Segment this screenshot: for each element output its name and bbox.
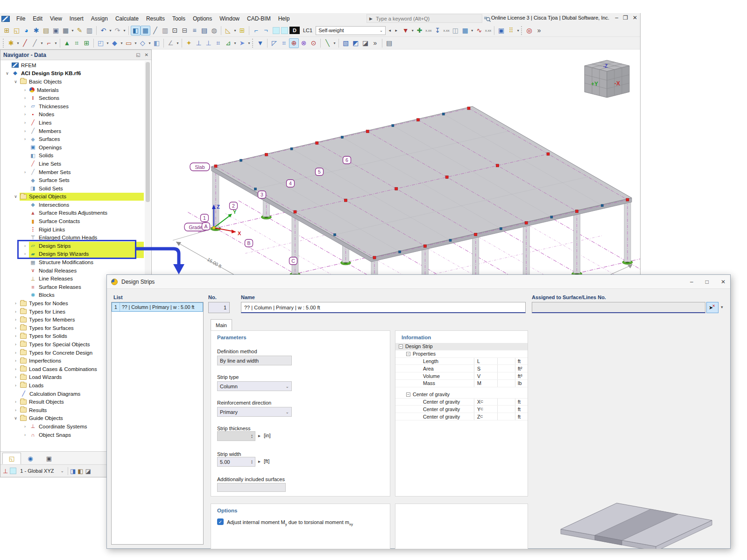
move-copy-icon[interactable]: ➤ [237,38,247,48]
menu-item[interactable]: Assign [87,14,112,23]
view-cube[interactable]: -Z +Y -X [585,60,629,98]
tree-collapse-icon[interactable]: − [406,392,410,397]
additional-surfaces-field[interactable] [217,483,286,492]
tree-item[interactable]: RFEM [0,61,151,70]
expand-icon[interactable]: › [21,129,29,133]
rendering-icon[interactable]: ◍ [209,26,219,35]
tables-toggle-icon[interactable]: ▦ [141,26,150,35]
minimize-button[interactable]: – [615,14,618,21]
show-loads-icon[interactable]: ✚ [415,26,424,35]
script-icon[interactable]: ⊟ [180,26,190,35]
search-input[interactable] [375,15,468,22]
table-icon[interactable]: ▥ [160,26,170,35]
new-nodal-load-icon[interactable]: ✦ [184,38,194,48]
edit-csys-icon[interactable]: ◧ [78,468,83,475]
dialog-minimize-button[interactable]: – [690,279,693,285]
tree-item[interactable]: Surface Results Adjustments [0,209,151,217]
new-node-icon[interactable]: ✱ [6,38,16,48]
expand-icon[interactable]: › [12,342,20,347]
thickness-expand-icon[interactable]: ▸ [258,433,261,438]
toolbar2-overflow-icon[interactable]: » [370,38,380,48]
load-values-icon[interactable]: x.xx [424,28,432,33]
tree-item[interactable]: Nodal Releases [0,266,151,275]
expand-icon[interactable]: › [12,375,20,379]
tree-collapse-icon[interactable]: − [399,344,403,349]
expand-icon[interactable]: › [12,326,20,330]
dialog-title-bar[interactable]: Design Strips [107,275,730,289]
console-icon[interactable]: ⊡ [170,26,180,35]
expand-icon[interactable]: › [21,112,29,117]
expand-icon[interactable]: › [12,309,20,314]
expand-icon[interactable]: › [21,433,29,437]
dialog-maximize-button[interactable]: □ [705,279,709,285]
new-entry-icon[interactable]: ✎ [75,26,85,35]
snap-active-icon[interactable]: ⊕ [289,38,299,48]
tree-item[interactable]: › Members [0,127,151,135]
online-models-icon[interactable]: ✱ [31,26,41,35]
expand-icon[interactable]: › [12,358,20,363]
tree-collapse-icon[interactable]: − [406,352,410,356]
model-viewport[interactable]: 15.00 ft Z Y X [152,49,640,287]
navigator-float-icon[interactable]: ◱ [136,52,140,57]
tree-item[interactable]: › Nodes [0,111,151,119]
visibility-icon[interactable]: ▧ [341,38,351,48]
expand-icon[interactable]: › [12,350,20,355]
work-plane-icon[interactable]: ◺ [223,26,233,35]
tree-item[interactable]: Solids [0,152,151,160]
navigator-tab-data[interactable]: ◱ [2,453,21,464]
tree-item[interactable]: Solid Sets [0,184,151,193]
menu-item[interactable]: CAD-BIM [243,14,275,23]
expand-icon[interactable]: › [12,367,20,371]
new-opening-icon[interactable]: ▭ [124,38,134,48]
reinforcement-direction-dropdown[interactable]: Primary⌄ [217,407,292,417]
guide-line-icon[interactable]: ⌐ [251,26,261,35]
tree-item[interactable]: › Lines [0,119,151,127]
layers-icon[interactable]: ≡ [190,26,199,35]
search-icon[interactable] [484,15,491,24]
tree-item[interactable]: Intersections [0,201,151,209]
plane-settings-icon[interactable]: ⊞ [237,26,247,35]
name-field[interactable]: ?? | Column | Primary | w : 5.00 ft [241,302,526,313]
menu-item[interactable]: Help [275,14,294,23]
next-load-case-button[interactable]: ▸ [394,28,399,33]
new-section-icon[interactable]: ⌗ [72,38,82,48]
tree-item[interactable]: › Materials [0,86,151,94]
undo-icon[interactable]: ↶ [99,26,108,35]
no-field[interactable]: 1 [208,302,230,313]
tree-item[interactable]: Line Sets [0,160,151,168]
tree-item[interactable]: ∨ Special Objects [0,193,151,201]
csys-combo[interactable]: 1 - Global XYZ⌄ [18,468,66,474]
new-member-icon[interactable]: ╱ [30,38,40,48]
section-cut-icon[interactable]: ╲ [323,38,332,48]
new-polyline-icon[interactable]: ⌐ [44,38,54,48]
picker-dropdown-icon[interactable]: ▾ [721,305,723,309]
render-model-icon[interactable]: ◫ [451,26,460,35]
report-print-icon[interactable]: ▤ [384,38,394,48]
expand-icon[interactable]: › [12,301,20,306]
diagram-icon[interactable]: ╱ [150,26,160,35]
save-icon[interactable]: ▣ [51,26,61,35]
clip-plane-icon[interactable]: ◪ [360,38,370,48]
navigator-toggle-icon[interactable]: ◧ [131,26,141,35]
strip-width-field[interactable]: 5.00▴▾ [217,457,255,467]
select-filter-icon[interactable]: ▼ [255,38,265,48]
new-line-icon[interactable]: ╱ [20,38,30,48]
expand-icon[interactable]: › [21,104,29,109]
new-free-load-icon[interactable]: ⌗ [213,38,223,48]
expand-icon[interactable]: ∨ [12,194,20,199]
input-tables-icon[interactable]: ▥ [85,26,94,35]
renumber-icon[interactable]: ⠿ [506,26,516,35]
tree-item[interactable]: ∨ ACI Design Strip KB.rf6 [0,70,151,78]
assigned-field[interactable] [532,302,705,313]
show-supports-icon[interactable]: ↧ [433,26,443,35]
model-data-icon[interactable]: ▤ [41,26,51,35]
menu-item[interactable]: Results [142,14,169,23]
new-material-icon[interactable]: ▲ [62,38,72,48]
menu-item[interactable]: Tools [169,14,189,23]
tree-item[interactable]: ∨ Basic Objects [0,77,151,86]
filter-loads-icon[interactable]: ▼ [401,26,410,35]
restore-button[interactable]: ❐ [623,14,628,21]
list-row[interactable]: 1 ?? | Column | Primary | w : 5.00 ft [112,302,203,312]
printout-report-icon[interactable]: ▤ [199,26,209,35]
menu-item[interactable]: File [13,14,29,23]
